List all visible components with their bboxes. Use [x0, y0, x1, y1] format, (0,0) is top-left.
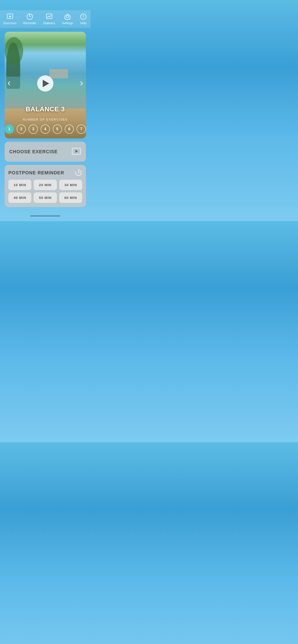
exercise-num-7[interactable]: 7 — [77, 124, 86, 134]
postpone-20min[interactable]: 20 MIN — [34, 180, 57, 190]
svg-marker-1 — [9, 15, 11, 18]
statistics-label: Statistics — [43, 21, 55, 25]
postpone-header: POSTPONE REMINDER — [8, 169, 82, 176]
statistics-icon — [46, 13, 53, 20]
help-icon: ? — [80, 13, 87, 20]
exercises-icon — [6, 13, 14, 20]
exercise-num-5[interactable]: 5 — [53, 124, 62, 134]
video-card: ‹ › BALANCE 3 NUMBER OF EXERCISES 1 2 3 … — [5, 32, 86, 138]
exercise-num-6[interactable]: 6 — [65, 124, 74, 134]
exercise-num-1[interactable]: 1 — [5, 124, 14, 134]
main-content: ‹ › BALANCE 3 NUMBER OF EXERCISES 1 2 3 … — [0, 28, 91, 211]
postpone-10min[interactable]: 10 MIN — [8, 180, 31, 190]
tab-exercises[interactable]: Exercises — [2, 12, 18, 26]
exercises-label: Exercises — [4, 21, 17, 25]
status-bar — [0, 0, 91, 10]
play-icon — [43, 80, 49, 87]
reminder-icon — [26, 13, 34, 20]
reminder-label: Reminder — [23, 21, 36, 25]
prev-exercise-button[interactable]: ‹ — [8, 77, 11, 88]
clock-icon — [75, 169, 82, 176]
exercise-title: BALANCE 3 — [5, 106, 86, 113]
tab-reminder[interactable]: Reminder — [21, 12, 38, 26]
choose-exercise-card[interactable]: CHOOSE EXERCISE — [5, 142, 86, 162]
settings-icon — [64, 13, 71, 20]
settings-label: Settings — [62, 21, 73, 25]
svg-text:?: ? — [82, 14, 84, 18]
help-label: Help — [80, 21, 87, 25]
number-circles: 1 2 3 4 5 6 7 — [5, 124, 86, 134]
postpone-60min[interactable]: 60 MIN — [59, 192, 82, 203]
exercise-num-3[interactable]: 3 — [29, 124, 38, 134]
home-bar — [30, 215, 60, 216]
tab-statistics[interactable]: Statistics — [41, 12, 57, 26]
time-buttons-grid: 10 MIN 20 MIN 30 MIN 40 MIN 50 MIN 60 MI… — [8, 180, 82, 203]
exercise-num-2[interactable]: 2 — [17, 124, 26, 134]
tab-help[interactable]: ? Help — [78, 12, 89, 26]
home-indicator — [0, 213, 91, 221]
play-button[interactable] — [37, 75, 53, 92]
exercise-count-label: NUMBER OF EXERCISES — [5, 118, 86, 121]
postpone-30min[interactable]: 30 MIN — [59, 180, 82, 190]
nav-tabs: Exercises Reminder Statistics — [0, 10, 91, 28]
next-exercise-button[interactable]: › — [80, 77, 83, 88]
tab-settings[interactable]: Settings — [60, 12, 75, 26]
postpone-reminder-card: POSTPONE REMINDER 10 MIN 20 MIN 30 MIN 4… — [5, 165, 86, 207]
svg-point-5 — [29, 14, 30, 15]
choose-exercise-label: CHOOSE EXERCISE — [9, 149, 58, 154]
postpone-50min[interactable]: 50 MIN — [34, 192, 57, 203]
svg-point-7 — [66, 16, 69, 18]
postpone-40min[interactable]: 40 MIN — [8, 192, 31, 203]
postpone-title: POSTPONE REMINDER — [8, 170, 64, 176]
svg-marker-11 — [75, 150, 78, 153]
svg-rect-6 — [47, 14, 52, 18]
exercise-library-icon — [72, 147, 81, 156]
exercise-num-4[interactable]: 4 — [41, 124, 50, 134]
